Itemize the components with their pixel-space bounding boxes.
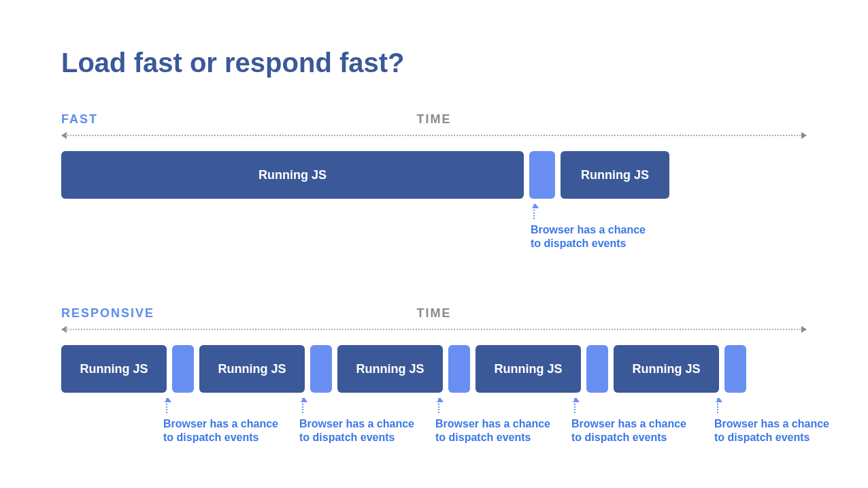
responsive-track: Running JS Running JS Running JS Running… (61, 345, 807, 393)
js-block: Running JS (61, 151, 524, 199)
dispatch-callout: Browser has a chance to dispatch events (714, 398, 830, 444)
js-block: Running JS (199, 345, 305, 393)
gap-block (529, 151, 555, 199)
fast-timeline-arrow (61, 131, 807, 140)
dispatch-callout: Browser has a chance to dispatch events (299, 398, 415, 444)
gap-block (310, 345, 332, 393)
timeline-dots (65, 329, 803, 330)
callout-pointer-icon (302, 398, 303, 413)
callout-text: Browser has a chance to dispatch events (571, 417, 687, 444)
fast-section: FAST TIME Running JS Running JS Browser … (61, 112, 807, 279)
responsive-header-row: RESPONSIVE TIME (61, 306, 807, 321)
gap-block (724, 345, 746, 393)
dispatch-callout: Browser has a chance to dispatch events (435, 398, 551, 444)
fast-time-label: TIME (417, 112, 452, 127)
fast-header-row: FAST TIME (61, 112, 807, 127)
responsive-timeline-arrow (61, 325, 807, 334)
gap-block (586, 345, 608, 393)
dispatch-callout: Browser has a chance to dispatch events (571, 398, 687, 444)
callout-pointer-icon (717, 398, 718, 413)
callout-pointer-icon (166, 398, 167, 413)
dispatch-callout: Browser has a chance to dispatch events (163, 398, 279, 444)
fast-mode-label: FAST (61, 112, 98, 127)
gap-block (172, 345, 194, 393)
responsive-time-label: TIME (417, 306, 452, 321)
callout-pointer-icon (438, 398, 439, 413)
js-block: Running JS (561, 151, 669, 199)
responsive-section: RESPONSIVE TIME Running JS Running JS Ru… (61, 306, 807, 473)
callout-text: Browser has a chance to dispatch events (531, 223, 646, 250)
callout-text: Browser has a chance to dispatch events (435, 417, 551, 444)
gap-block (448, 345, 470, 393)
responsive-callouts: Browser has a chance to dispatch events … (61, 398, 807, 473)
callout-text: Browser has a chance to dispatch events (163, 417, 279, 444)
fast-callouts: Browser has a chance to dispatch events (61, 204, 807, 279)
fast-track: Running JS Running JS (61, 151, 807, 199)
callout-pointer-icon (533, 204, 535, 219)
js-block: Running JS (475, 345, 581, 393)
js-block: Running JS (61, 345, 167, 393)
arrow-right-icon (801, 326, 807, 333)
slide-title: Load fast or respond fast? (61, 48, 807, 78)
callout-pointer-icon (574, 398, 575, 413)
js-block: Running JS (337, 345, 443, 393)
timeline-dots (65, 135, 803, 136)
js-block: Running JS (614, 345, 719, 393)
callout-text: Browser has a chance to dispatch events (714, 417, 830, 444)
dispatch-callout: Browser has a chance to dispatch events (531, 204, 646, 250)
arrow-right-icon (801, 132, 807, 139)
responsive-mode-label: RESPONSIVE (61, 306, 154, 321)
callout-text: Browser has a chance to dispatch events (299, 417, 415, 444)
